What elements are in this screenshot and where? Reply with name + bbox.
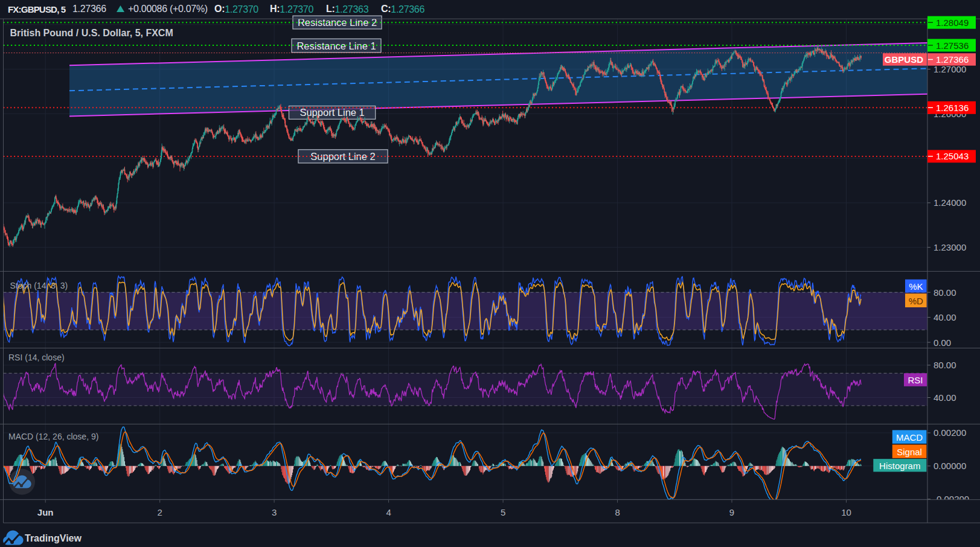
- svg-text:1.26136: 1.26136: [936, 103, 969, 113]
- svg-text:40.00: 40.00: [934, 312, 956, 322]
- svg-text:L:1.27363: L:1.27363: [326, 4, 369, 14]
- svg-text:8: 8: [615, 507, 620, 517]
- svg-text:British Pound / U.S. Dollar, 5: British Pound / U.S. Dollar, 5, FXCM: [10, 28, 173, 38]
- svg-text:Support Line 2: Support Line 2: [310, 151, 375, 162]
- svg-text:10: 10: [841, 507, 851, 517]
- svg-text:O:1.27370: O:1.27370: [214, 4, 258, 14]
- svg-text:80.00: 80.00: [934, 360, 956, 370]
- svg-text:5: 5: [501, 507, 505, 517]
- svg-text:Stoch (14, 3, 3): Stoch (14, 3, 3): [10, 281, 68, 290]
- svg-text:0.00000: 0.00000: [934, 461, 966, 471]
- svg-text:+0.00086 (+0.07%): +0.00086 (+0.07%): [128, 4, 208, 14]
- svg-text:40.00: 40.00: [934, 392, 956, 403]
- svg-text:2: 2: [158, 507, 162, 517]
- svg-text:Support Line 1: Support Line 1: [299, 107, 364, 118]
- svg-text:Jun: Jun: [37, 507, 54, 517]
- svg-text:%D: %D: [909, 296, 923, 306]
- svg-text:1.25043: 1.25043: [936, 151, 969, 161]
- svg-text:Histogram: Histogram: [879, 461, 920, 471]
- svg-text:9: 9: [729, 507, 734, 517]
- svg-text:MACD (12, 26, close, 9): MACD (12, 26, close, 9): [8, 432, 98, 441]
- svg-text:1.23000: 1.23000: [934, 242, 966, 252]
- svg-text:RSI: RSI: [908, 375, 923, 385]
- svg-text:TradingView: TradingView: [25, 533, 82, 543]
- svg-text:4: 4: [386, 507, 391, 517]
- svg-text:RSI (14, close): RSI (14, close): [8, 353, 65, 362]
- svg-text:3: 3: [272, 507, 277, 517]
- svg-text:FX:GBPUSD, 5: FX:GBPUSD, 5: [8, 4, 66, 14]
- svg-text:0.00200: 0.00200: [934, 427, 966, 438]
- svg-text:1.27366: 1.27366: [936, 54, 969, 65]
- svg-text:80.00: 80.00: [934, 287, 956, 298]
- svg-text:Signal: Signal: [897, 447, 922, 457]
- svg-text:0.00: 0.00: [934, 337, 951, 348]
- svg-text:1.27366: 1.27366: [72, 4, 106, 14]
- svg-text:1.28049: 1.28049: [936, 18, 969, 28]
- svg-text:1.27536: 1.27536: [936, 40, 969, 51]
- svg-text:%K: %K: [909, 281, 923, 292]
- svg-text:MACD: MACD: [896, 432, 923, 443]
- svg-text:C:1.27366: C:1.27366: [381, 4, 424, 14]
- svg-text:H:1.27370: H:1.27370: [270, 4, 313, 14]
- svg-text:GBPUSD: GBPUSD: [885, 54, 923, 65]
- svg-text:1.24000: 1.24000: [934, 197, 966, 208]
